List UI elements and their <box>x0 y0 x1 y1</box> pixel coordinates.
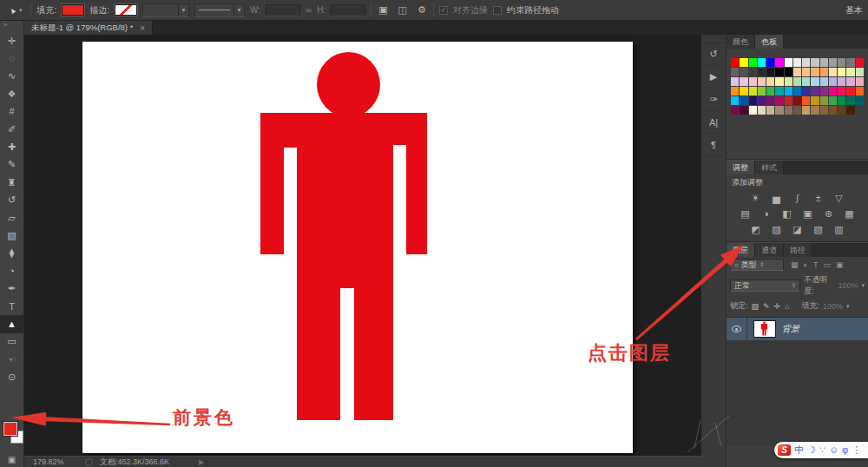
color-swatch[interactable] <box>793 77 801 86</box>
color-swatch[interactable] <box>758 77 766 86</box>
tab-swatches[interactable]: 色板 <box>755 35 784 49</box>
color-swatch[interactable] <box>820 77 828 86</box>
color-swatch[interactable] <box>758 96 766 105</box>
gradient-map-icon[interactable]: ▧ <box>812 223 825 235</box>
tab-layers[interactable]: 图层 <box>727 243 755 257</box>
color-swatch[interactable] <box>856 87 864 95</box>
color-swatch[interactable] <box>775 77 783 86</box>
tool-eraser-icon[interactable]: ▱ <box>0 209 23 227</box>
color-swatch[interactable] <box>749 87 757 95</box>
color-swatch[interactable] <box>856 77 864 86</box>
sogou-logo-icon[interactable]: S <box>778 444 791 456</box>
color-swatch[interactable] <box>829 87 837 95</box>
workspace-switcher[interactable]: 基本 <box>845 4 863 16</box>
color-swatch[interactable] <box>820 106 828 115</box>
color-swatch[interactable] <box>820 96 828 105</box>
color-swatch[interactable] <box>793 96 801 105</box>
color-swatch[interactable] <box>802 96 810 105</box>
close-tab-icon[interactable]: × <box>140 23 145 33</box>
layer-fill-value[interactable]: 100% <box>823 302 843 311</box>
ime-toolbar[interactable]: S中☽∵☺φ⋮ <box>774 442 868 458</box>
color-swatch[interactable] <box>838 96 845 105</box>
color-swatch[interactable] <box>802 77 810 86</box>
layer-row-background[interactable]: 背景 <box>727 318 868 340</box>
document-tab[interactable]: 未标题-1 @ 179%(RGB/8) * × <box>24 21 153 35</box>
color-swatch[interactable] <box>811 68 819 76</box>
tool-brush-icon[interactable]: ✎ <box>0 156 23 174</box>
lock-all-icon[interactable]: ⌂ <box>785 302 789 311</box>
color-swatch[interactable] <box>846 68 854 76</box>
filter-pixel-icon[interactable]: ▦ <box>791 260 799 269</box>
color-swatch[interactable] <box>740 77 747 86</box>
voice-input-icon[interactable]: φ <box>842 445 848 455</box>
color-swatch[interactable] <box>758 106 766 115</box>
layer-visibility-toggle[interactable] <box>727 318 747 340</box>
color-swatch[interactable] <box>785 77 792 86</box>
color-swatch[interactable] <box>838 58 845 67</box>
link-dimensions-icon[interactable]: ∞ <box>306 5 312 15</box>
tab-paths[interactable]: 路径 <box>784 243 812 257</box>
ink-dots-icon[interactable]: ∵ <box>819 445 825 455</box>
color-swatch[interactable] <box>766 68 774 76</box>
color-swatch[interactable] <box>740 96 747 105</box>
photo-filter-icon[interactable]: ▣ <box>801 207 814 220</box>
color-swatch[interactable] <box>838 87 845 95</box>
more-icon[interactable]: ⋮ <box>852 445 861 455</box>
color-swatch[interactable] <box>766 96 774 105</box>
tool-history-brush-icon[interactable]: ↺ <box>0 192 23 209</box>
tool-healing-brush-icon[interactable]: ✚ <box>0 138 23 155</box>
height-input[interactable] <box>331 4 365 16</box>
combine-shapes-icon[interactable]: ◫ <box>397 4 409 16</box>
tool-dodge-icon[interactable]: ◔ <box>0 262 23 280</box>
tool-type-icon[interactable]: T <box>0 298 23 315</box>
layer-filter-type-select[interactable]: ○ 类型 ⇕ <box>730 259 784 271</box>
color-swatch[interactable] <box>829 96 837 105</box>
color-swatch[interactable] <box>856 58 864 67</box>
posterize-icon[interactable]: ▨ <box>770 223 783 235</box>
levels-icon[interactable]: ▅ <box>770 192 783 204</box>
width-input[interactable] <box>266 4 300 16</box>
color-swatch[interactable] <box>811 106 819 115</box>
color-swatch[interactable] <box>829 106 837 115</box>
color-swatch[interactable] <box>758 87 766 95</box>
tool-hand-icon[interactable]: ☜ <box>0 351 23 368</box>
curves-icon[interactable]: ∫ <box>791 192 804 204</box>
fill-color-swatch[interactable] <box>62 4 84 16</box>
color-swatch[interactable] <box>740 58 747 67</box>
color-swatch[interactable] <box>766 77 774 86</box>
color-swatch[interactable] <box>793 106 801 115</box>
color-swatch[interactable] <box>829 77 837 86</box>
color-swatch[interactable] <box>758 58 766 67</box>
tool-pen-icon[interactable]: ✒ <box>0 280 23 297</box>
color-swatch[interactable] <box>802 106 810 115</box>
color-swatch[interactable] <box>856 68 864 76</box>
tool-blur-icon[interactable]: ⧫ <box>0 245 23 262</box>
opacity-value[interactable]: 100% <box>838 281 858 290</box>
character-panel-icon[interactable]: A| <box>701 111 726 134</box>
tool-zoom-icon[interactable]: ⊙ <box>0 368 23 385</box>
color-lookup-icon[interactable]: ▦ <box>843 207 856 220</box>
paragraph-panel-icon[interactable]: ¶ <box>701 134 726 156</box>
color-swatch[interactable] <box>775 96 783 105</box>
color-swatch[interactable] <box>731 68 739 76</box>
foreground-color-swatch[interactable] <box>3 422 17 436</box>
stroke-color-swatch[interactable] <box>115 4 137 16</box>
color-swatch[interactable] <box>820 68 828 76</box>
new-layer-shape-icon[interactable]: ▣ <box>377 4 389 16</box>
tool-gradient-icon[interactable]: ▧ <box>0 227 23 244</box>
tool-presets-panel-icon[interactable]: ✑ <box>701 89 726 111</box>
color-swatch[interactable] <box>856 96 864 105</box>
constrain-path-checkbox[interactable] <box>493 6 502 15</box>
color-swatch[interactable] <box>829 58 837 67</box>
tool-clone-stamp-icon[interactable]: ♜ <box>0 174 23 191</box>
color-swatch[interactable] <box>820 58 828 67</box>
filter-adjustment-icon[interactable]: ◐ <box>804 260 808 269</box>
actions-panel-icon[interactable]: ▶ <box>701 66 726 89</box>
emoji-icon[interactable]: ☺ <box>829 445 838 455</box>
lock-position-icon[interactable]: ✛ <box>774 302 781 311</box>
tab-adjustments[interactable]: 调整 <box>727 161 755 174</box>
color-swatch[interactable] <box>846 96 854 105</box>
color-swatch[interactable] <box>785 96 792 105</box>
color-swatch[interactable] <box>731 87 739 95</box>
color-swatch[interactable] <box>846 106 854 115</box>
